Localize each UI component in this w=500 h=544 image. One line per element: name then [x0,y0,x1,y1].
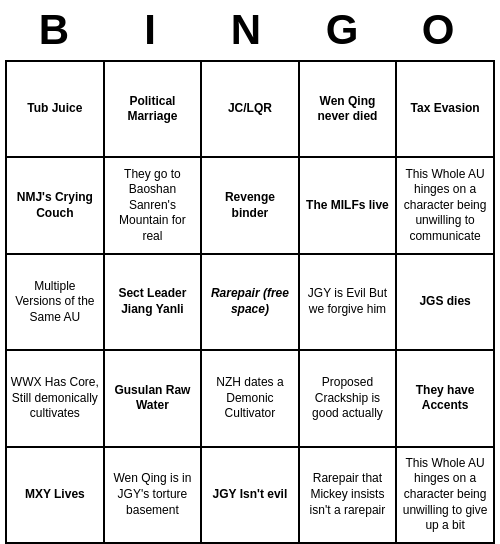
cell-r0-c0: Tub Juice [6,61,104,157]
cell-r1-c0: NMJ's Crying Couch [6,157,104,253]
bingo-header: B I N G O [0,0,500,60]
cell-r4-c1: Wen Qing is in JGY's torture basement [104,447,202,543]
cell-r2-c4: JGS dies [396,254,494,350]
cell-r0-c3: Wen Qing never died [299,61,397,157]
title-letter-b: B [18,6,98,54]
cell-r4-c2: JGY Isn't evil [201,447,299,543]
cell-r1-c2: Revenge binder [201,157,299,253]
cell-r3-c1: Gusulan Raw Water [104,350,202,446]
cell-r3-c3: Proposed Crackship is good actually [299,350,397,446]
cell-r4-c4: This Whole AU hinges on a character bein… [396,447,494,543]
cell-r2-c1: Sect Leader Jiang Yanli [104,254,202,350]
cell-r3-c2: NZH dates a Demonic Cultivator [201,350,299,446]
cell-r1-c4: This Whole AU hinges on a character bein… [396,157,494,253]
cell-r1-c1: They go to Baoshan Sanren's Mountain for… [104,157,202,253]
cell-r4-c3: Rarepair that Mickey insists isn't a rar… [299,447,397,543]
title-letter-n: N [210,6,290,54]
title-letter-o: O [402,6,482,54]
cell-r3-c4: They have Accents [396,350,494,446]
cell-r0-c4: Tax Evasion [396,61,494,157]
cell-r2-c0: Multiple Versions of the Same AU [6,254,104,350]
bingo-grid: Tub JuicePolitical MarriageJC/LQRWen Qin… [5,60,495,544]
cell-r1-c3: The MILFs live [299,157,397,253]
cell-r3-c0: WWX Has Core, Still demonically cultivat… [6,350,104,446]
title-letter-i: I [114,6,194,54]
cell-r0-c1: Political Marriage [104,61,202,157]
cell-r2-c2: Rarepair (free space) [201,254,299,350]
cell-r4-c0: MXY Lives [6,447,104,543]
title-letter-g: G [306,6,386,54]
cell-r2-c3: JGY is Evil But we forgive him [299,254,397,350]
cell-r0-c2: JC/LQR [201,61,299,157]
